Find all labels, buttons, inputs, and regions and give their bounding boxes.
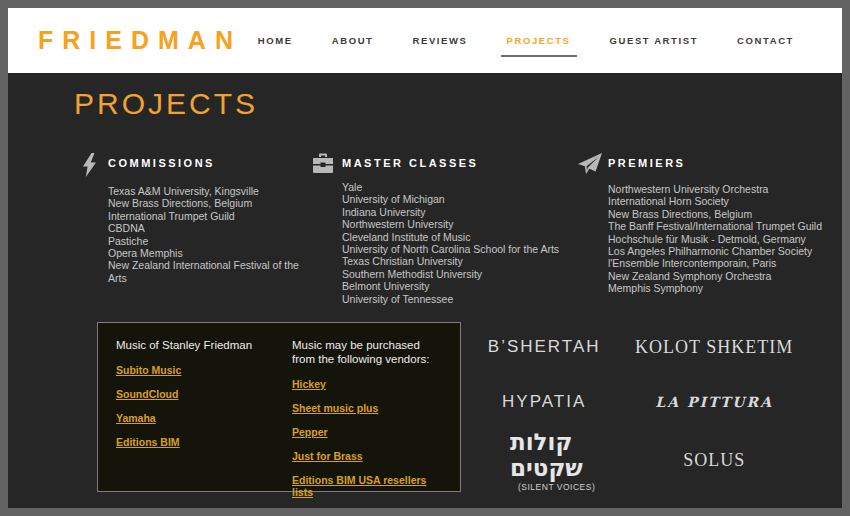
music-link[interactable]: Subito Music [116,364,266,376]
projects-columns: COMMISSIONS Texas A&M University, Kingsv… [78,153,832,305]
nav-item-about[interactable]: ABOUT [326,35,380,57]
work-title-text: LA PITTURA [655,394,773,410]
commissions-list-item: Texas A&M University, Kingsville [108,185,312,197]
page-frame: FRIEDMAN HOME ABOUT REVIEWS PROJECTS GUE… [0,0,850,516]
master-classes-list-item: University of North Carolina School for … [342,243,578,255]
premiers-section: PREMIERS Northwestern University Orchest… [578,153,828,305]
work-title-silent-voices: קולות שקטים (SILENT VOICES) [466,429,622,492]
premiers-list-item: l'Ensemble Intercontemporain, Paris [608,257,828,269]
commissions-list-item: New Brass Directions, Belgium [108,197,312,209]
master-classes-section: MASTER CLASSES YaleUniversity of Michiga… [312,153,578,305]
lightning-icon [78,153,100,177]
nav-item-projects[interactable]: PROJECTS [501,35,577,57]
master-classes-list-item: Belmont University [342,280,578,292]
master-classes-list-item: Southern Methodist University [342,268,578,280]
work-title-text: B’SHERTAH [488,337,601,357]
work-title-hebrew-text: קולות שקטים [510,429,622,481]
vendor-link[interactable]: Pepper [292,426,442,438]
main-nav: HOME ABOUT REVIEWS PROJECTS GUEST ARTIST… [252,35,812,46]
work-title-text: SOLUS [683,450,745,471]
master-classes-title: MASTER CLASSES [342,153,478,169]
nav-item-guest-artist[interactable]: GUEST ARTIST [604,35,705,57]
vendors-heading: Music may be purchased from the followin… [292,338,442,366]
page-title: PROJECTS [74,87,258,121]
vendor-link[interactable]: Hickey [292,378,442,390]
vendors-column: Music may be purchased from the followin… [292,338,442,476]
commissions-section: COMMISSIONS Texas A&M University, Kingsv… [78,153,312,305]
master-classes-list-item: Indiana University [342,206,578,218]
nav-item-home[interactable]: HOME [252,35,299,57]
nav-item-contact[interactable]: CONTACT [731,35,800,57]
master-classes-header: MASTER CLASSES [312,153,578,173]
work-title-text: KOLOT SHKETIM [635,337,793,358]
music-links-box: Music of Stanley Friedman Subito MusicSo… [97,322,461,492]
music-of-friedman-heading: Music of Stanley Friedman [116,338,266,352]
vendor-link[interactable]: Just for Brass [292,450,442,462]
work-title-kolot-shketim: KOLOT SHKETIM [622,320,806,375]
work-title-hypatia: HYPATIA [466,375,622,430]
commissions-title: COMMISSIONS [108,153,215,169]
music-link[interactable]: Editions BIM [116,436,266,448]
commissions-header: COMMISSIONS [78,153,312,177]
master-classes-list-item: Yale [342,181,578,193]
master-classes-list-item: Northwestern University [342,218,578,230]
premiers-list-item: Hochschule für Musik - Detmold, Germany [608,233,828,245]
briefcase-icon [312,153,334,173]
work-title-bshertah: B’SHERTAH [466,320,622,375]
master-classes-list-item: University of Tennessee [342,293,578,305]
premiers-list-item: International Horn Society [608,195,828,207]
commissions-list-item: International Trumpet Guild [108,210,312,222]
music-of-friedman-column: Music of Stanley Friedman Subito MusicSo… [116,338,266,476]
work-subtitle-text: (SILENT VOICES) [518,482,595,492]
music-link[interactable]: SoundCloud [116,388,266,400]
paper-plane-icon [578,153,600,175]
premiers-title: PREMIERS [608,153,685,169]
premiers-list-item: Los Angeles Philharmonic Chamber Society [608,245,828,257]
work-title-la-pittura: LA PITTURA [622,375,806,430]
site-header: FRIEDMAN HOME ABOUT REVIEWS PROJECTS GUE… [8,8,842,73]
main-content: PROJECTS COMMISSIONS Texas A&M Universit… [8,73,842,508]
premiers-list-item: The Banff Festival/International Trumpet… [608,220,828,232]
site-logo[interactable]: FRIEDMAN [38,26,242,55]
premiers-list-item: Memphis Symphony [608,282,828,294]
work-title-solus: SOLUS [622,429,806,492]
vendor-link[interactable]: Editions BIM USA resellers lists [292,474,442,498]
master-classes-list-item: Cleveland Institute of Music [342,231,578,243]
works-grid: B’SHERTAH KOLOT SHKETIM HYPATIA LA PITTU… [466,320,806,492]
nav-item-reviews[interactable]: REVIEWS [407,35,474,57]
commissions-list-item: Opera Memphis [108,247,312,259]
premiers-list: Northwestern University OrchestraInterna… [608,183,828,295]
work-title-text: HYPATIA [502,392,586,412]
vendor-links: HickeySheet music plusPepperJust for Bra… [292,378,442,498]
premiers-list-item: New Zealand Symphony Orchestra [608,270,828,282]
premiers-list-item: New Brass Directions, Belgium [608,208,828,220]
premiers-header: PREMIERS [578,153,828,175]
vendor-link[interactable]: Sheet music plus [292,402,442,414]
commissions-list-item: New Zealand International Festival of th… [108,259,312,284]
music-of-friedman-links: Subito MusicSoundCloudYamahaEditions BIM [116,364,266,448]
master-classes-list-item: Texas Christian University [342,255,578,267]
music-link[interactable]: Yamaha [116,412,266,424]
commissions-list-item: CBDNA [108,222,312,234]
master-classes-list: YaleUniversity of MichiganIndiana Univer… [342,181,578,305]
commissions-list-item: Pastiche [108,235,312,247]
master-classes-list-item: University of Michigan [342,193,578,205]
premiers-list-item: Northwestern University Orchestra [608,183,828,195]
commissions-list: Texas A&M University, KingsvilleNew Bras… [108,185,312,284]
